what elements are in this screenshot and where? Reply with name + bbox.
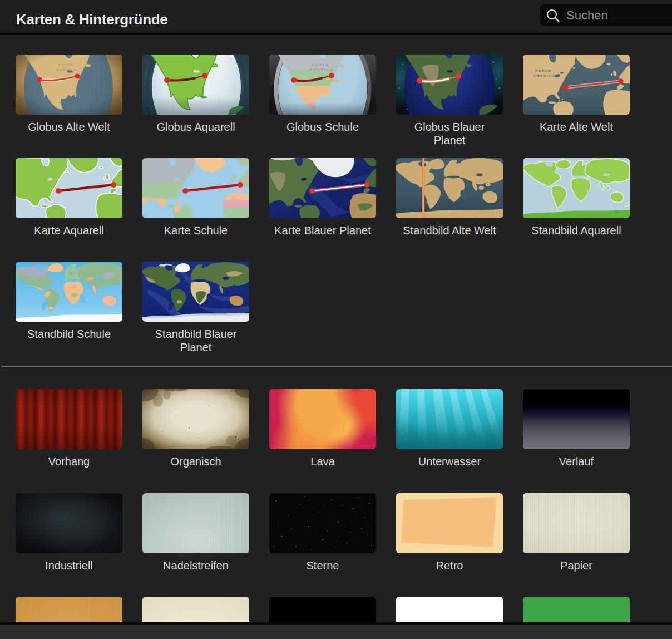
svg-text:AMERICA: AMERICA xyxy=(533,73,555,77)
svg-text:AMERICA: AMERICA xyxy=(309,67,334,71)
svg-text:NORTH: NORTH xyxy=(535,68,552,72)
svg-text:NORTH: NORTH xyxy=(312,63,329,67)
